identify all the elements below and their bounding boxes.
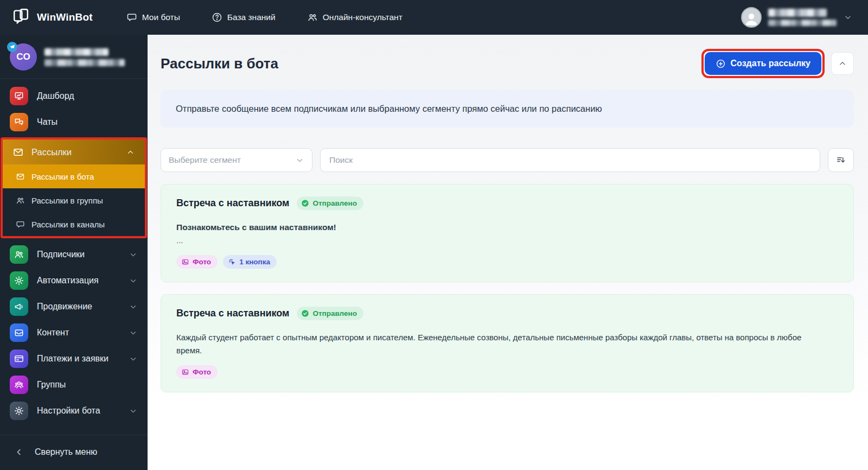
- gear-icon: [10, 271, 28, 290]
- status-badge-sent: Отправлено: [297, 307, 363, 320]
- info-banner: Отправьте сообщение всем подписчикам или…: [161, 90, 854, 128]
- tag-label: Фото: [193, 368, 211, 376]
- photo-icon: [181, 258, 189, 266]
- status-badge-sent: Отправлено: [297, 196, 363, 210]
- collapse-menu-button[interactable]: Свернуть меню: [0, 435, 148, 470]
- sidebar-item-groups[interactable]: Группы: [0, 372, 148, 398]
- nav-item-knowledge-base[interactable]: База знаний: [212, 12, 276, 23]
- envelope-icon: [16, 172, 25, 181]
- winwinbot-logo-icon: [12, 7, 30, 28]
- create-button-annotation: Создать рассылку: [701, 49, 825, 78]
- tag-label: Фото: [193, 258, 211, 266]
- photo-icon: [181, 368, 189, 376]
- envelope-icon: [12, 147, 24, 158]
- sidebar-menu-bottom: ПодписчикиАвтоматизацияПродвижениеКонтен…: [0, 240, 148, 424]
- collapse-menu-label: Свернуть меню: [35, 447, 97, 457]
- chat-bubble-icon: [16, 220, 25, 229]
- sidebar-subitem-label: Рассылки в бота: [31, 172, 94, 181]
- sidebar-subitem-broadcasts-bot[interactable]: Рассылки в бота: [3, 164, 145, 188]
- sidebar-item-bot-settings[interactable]: Настройки бота: [0, 398, 148, 424]
- top-nav-items: Мои ботыБаза знанийОнлайн-консультант: [126, 12, 403, 23]
- chevron-left-icon: [14, 447, 24, 457]
- status-badge-label: Отправлено: [312, 309, 356, 317]
- sort-descending-icon: [835, 155, 846, 166]
- account-initials: CO: [16, 52, 30, 62]
- account-name-redacted: [44, 48, 125, 66]
- chevron-down-icon: [295, 156, 304, 165]
- collapse-panel-button[interactable]: [831, 52, 854, 75]
- sidebar-item-label: Дашборд: [37, 91, 138, 101]
- brand[interactable]: WinWinBot: [12, 7, 93, 28]
- redacted-text-block: [768, 9, 827, 17]
- sidebar-subitem-label: Рассылки в каналы: [31, 220, 105, 229]
- sidebar-item-payments[interactable]: Платежи и заявки: [0, 346, 148, 372]
- tag-photo: Фото: [176, 255, 218, 269]
- nav-item-label: Мои боты: [142, 12, 180, 22]
- broadcast-message-preview: Познакомьтесь с вашим наставником!...: [176, 221, 822, 246]
- broadcast-message-preview: Каждый студент работает с опытным редакт…: [176, 331, 822, 357]
- telegram-icon: [7, 42, 17, 52]
- broadcast-message-line: Познакомьтесь с вашим наставником!: [176, 221, 822, 234]
- sort-button[interactable]: [828, 148, 854, 172]
- sidebar-item-content[interactable]: Контент: [0, 320, 148, 346]
- chevron-down-icon: [129, 328, 138, 338]
- chat-bubble-icon: [126, 12, 137, 23]
- chevron-up-icon: [838, 59, 847, 68]
- check-circle-icon: [301, 199, 309, 207]
- broadcast-card[interactable]: Встреча с наставникомОтправленоКаждый ст…: [161, 294, 854, 392]
- sidebar-item-chats[interactable]: Чаты: [0, 109, 148, 135]
- chevron-down-icon: [129, 276, 138, 285]
- search-input[interactable]: [320, 148, 820, 172]
- segment-select-placeholder: Выберите сегмент: [169, 155, 241, 165]
- redacted-text-block: [768, 20, 837, 26]
- sidebar-item-label: Группы: [37, 380, 138, 390]
- groups-icon: [10, 376, 28, 394]
- user-menu[interactable]: [741, 7, 853, 28]
- redacted-text-block: [44, 59, 125, 66]
- sidebar-item-label: Подписчики: [37, 250, 120, 259]
- create-broadcast-button[interactable]: Создать рассылку: [705, 52, 821, 75]
- page-title: Рассылки в бота: [161, 55, 278, 72]
- sidebar-item-label: Контент: [37, 328, 120, 338]
- broadcast-message-line: Каждый студент работает с опытным редакт…: [176, 331, 822, 357]
- sidebar-item-automation[interactable]: Автоматизация: [0, 268, 148, 294]
- tag-button: 1 кнопка: [223, 255, 277, 269]
- tag-photo: Фото: [176, 365, 218, 379]
- sidebar-menu-top: ДашбордЧаты: [0, 79, 148, 135]
- info-banner-text: Отправьте сообщение всем подписчикам или…: [176, 104, 602, 113]
- plus-circle-icon: [716, 59, 726, 69]
- card-icon: [10, 350, 28, 368]
- sidebar: CO ДашбордЧаты РассылкиРассылки в ботаРа…: [0, 35, 148, 470]
- nav-item-label: База знаний: [227, 12, 276, 22]
- sidebar-item-subscribers[interactable]: Подписчики: [0, 242, 148, 268]
- check-circle-icon: [301, 309, 309, 317]
- chevron-up-icon: [126, 148, 135, 157]
- sidebar-item-label: Платежи и заявки: [37, 354, 120, 364]
- sidebar-item-label: Рассылки: [31, 147, 118, 157]
- sidebar-item-dashboard[interactable]: Дашборд: [0, 83, 148, 109]
- user-avatar: [741, 7, 762, 28]
- gear-icon: [10, 402, 28, 420]
- redacted-text-block: [44, 48, 108, 56]
- segment-select[interactable]: Выберите сегмент: [161, 148, 312, 172]
- chevron-down-icon: [129, 302, 138, 312]
- sidebar-item-label: Настройки бота: [37, 406, 120, 416]
- broadcast-list: Встреча с наставникомОтправленоПознакомь…: [161, 184, 854, 392]
- drawer-icon: [10, 323, 28, 342]
- sidebar-item-broadcasts[interactable]: Рассылки: [3, 139, 145, 164]
- chevron-down-icon: [129, 354, 138, 364]
- subscribers-icon: [10, 245, 28, 264]
- account-avatar: CO: [10, 43, 37, 71]
- broadcast-card[interactable]: Встреча с наставникомОтправленоПознакомь…: [161, 184, 854, 282]
- megaphone-icon: [10, 297, 28, 316]
- chevron-down-icon[interactable]: [843, 12, 853, 22]
- sidebar-subitem-broadcasts-groups[interactable]: Рассылки в группы: [3, 188, 145, 212]
- nav-item-my-bots[interactable]: Мои боты: [126, 12, 180, 23]
- status-badge-label: Отправлено: [312, 199, 356, 207]
- account-block[interactable]: CO: [0, 35, 148, 79]
- sidebar-item-promotion[interactable]: Продвижение: [0, 294, 148, 320]
- sidebar-subitem-broadcasts-channels[interactable]: Рассылки в каналы: [3, 212, 145, 236]
- chevron-down-icon: [129, 250, 138, 259]
- nav-item-online-consultant[interactable]: Онлайн-консультант: [307, 12, 403, 23]
- broadcast-title: Встреча с наставником: [176, 198, 289, 209]
